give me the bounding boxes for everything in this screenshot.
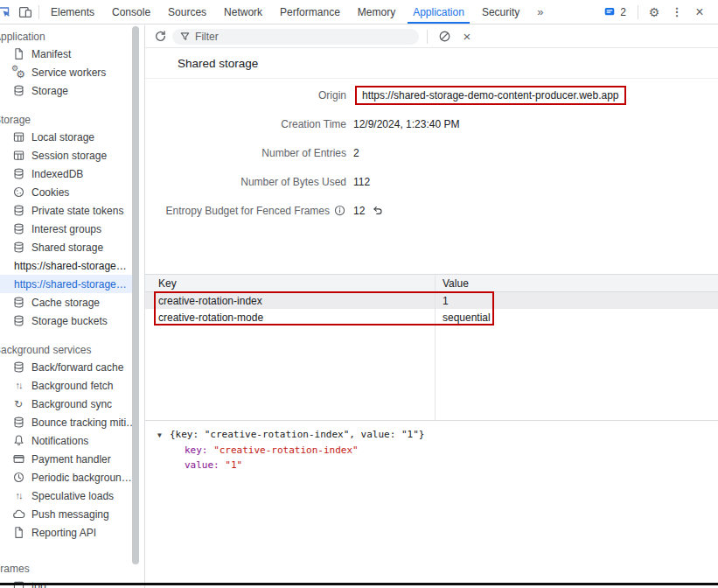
field-value: 12 (353, 205, 365, 217)
database-icon (11, 167, 25, 181)
page-title: Shared storage (145, 48, 718, 79)
filter-box[interactable] (172, 29, 419, 45)
field-value-wrap: 112 (353, 176, 370, 188)
sidebar-item-periodic-backgroun[interactable]: Periodic backgroun… (0, 468, 144, 486)
sidebar-item-https-shared-storage[interactable]: https://shared-storage… (0, 275, 139, 293)
device-toolbar-icon[interactable] (15, 0, 36, 24)
sidebar-item-storage[interactable]: Storage (0, 81, 144, 100)
tab-memory[interactable]: Memory (349, 0, 404, 24)
field-label: Number of Bytes Used (156, 176, 346, 188)
info-icon[interactable] (333, 204, 346, 217)
database-icon (11, 84, 25, 98)
panel-toolbar: × (145, 25, 718, 48)
sidebar-item-label: Shared storage (31, 242, 103, 254)
sidebar-item-label: Speculative loads (31, 490, 114, 502)
sidebar-item-label: https://shared-storage… (14, 260, 127, 272)
sidebar-section-background-services: Background servicesBack/forward cache↑↓B… (0, 342, 144, 542)
sidebar-item-background-sync[interactable]: ↻Background sync (0, 395, 144, 413)
preview-object-summary[interactable]: ▼ {key: "creative-rotation-index", value… (157, 427, 718, 443)
sidebar-item-bounce-tracking-miti[interactable]: Bounce tracking miti… (0, 413, 144, 431)
tab-network[interactable]: Network (215, 0, 271, 24)
sidebar-item-interest-groups[interactable]: Interest groups (0, 220, 144, 238)
field-value-wrap: 12/9/2024, 1:23:40 PM (353, 118, 459, 130)
sidebar-section-application: ApplicationManifest⚙⚙Service workersStor… (0, 29, 144, 100)
close-devtools-icon[interactable]: × (690, 4, 709, 20)
sidebar-item-push-messaging[interactable]: Push messaging (0, 505, 144, 523)
tab-application[interactable]: Application (404, 0, 473, 24)
sidebar-item-label: Cookies (31, 186, 69, 199)
column-divider[interactable] (435, 274, 436, 420)
sidebar-item-label: Push messaging (31, 508, 109, 521)
sidebar-item-speculative-loads[interactable]: ↑↓Speculative loads (0, 486, 144, 505)
tab-security[interactable]: Security (473, 0, 528, 24)
messages-badge[interactable]: 2 (598, 6, 631, 18)
sidebar-item-label: Local storage (31, 131, 94, 144)
table-row-creative-rotation-index[interactable]: creative-rotation-index1 (145, 292, 718, 309)
sidebar-item-cache-storage[interactable]: Cache storage (0, 293, 144, 312)
field-value: 12/9/2024, 1:23:40 PM (353, 118, 459, 130)
preview-property-value: value: "1" (157, 458, 718, 472)
metadata-fields: Originhttps://shared-storage-demo-conten… (145, 79, 718, 225)
inspect-icon[interactable] (0, 0, 15, 24)
sidebar-item-label: Manifest (31, 48, 71, 60)
cell-value: sequential (435, 312, 718, 324)
preview-property-key: key: "creative-rotation-index" (157, 443, 718, 458)
refresh-icon[interactable] (154, 30, 167, 43)
sidebar-item-background-fetch[interactable]: ↑↓Background fetch (0, 376, 144, 395)
tab-console[interactable]: Console (103, 0, 159, 24)
tab-sources[interactable]: Sources (159, 0, 215, 24)
grid-header: Key Value (145, 274, 718, 292)
sidebar-item-cookies[interactable]: Cookies (0, 183, 144, 201)
filter-input[interactable] (195, 31, 412, 43)
sidebar-item-notifications[interactable]: Notifications (0, 431, 144, 450)
reset-budget-undo-icon[interactable] (371, 204, 384, 217)
column-header-key[interactable]: Key (145, 277, 435, 290)
database-icon (11, 360, 25, 374)
section-title-background-services: Background services (0, 342, 144, 358)
sidebar-item-session-storage[interactable]: Session storage (0, 146, 144, 164)
sidebar-item-indexeddb[interactable]: IndexedDB (0, 164, 144, 183)
field-label: Creation Time (156, 118, 346, 130)
sidebar-item-manifest[interactable]: Manifest (0, 45, 144, 63)
table-row-creative-rotation-mode[interactable]: creative-rotation-modesequential (145, 309, 718, 326)
tabbar-divider (638, 5, 638, 19)
kebab-menu-icon[interactable]: ⋮ (667, 5, 687, 18)
sidebar-item-back-forward-cache[interactable]: Back/forward cache (0, 358, 144, 376)
block-icon[interactable] (436, 30, 453, 43)
sidebar-item-storage-buckets[interactable]: Storage buckets (0, 312, 144, 330)
property-name: value: (185, 459, 225, 471)
tab-performance[interactable]: Performance (271, 0, 349, 24)
sidebar-scrollbar-thumb[interactable] (132, 26, 139, 564)
section-title-storage: Storage (0, 112, 144, 128)
field-label: Number of Entries (156, 147, 346, 159)
sidebar-item-label: Background sync (31, 398, 112, 410)
sidebar-item-label: IndexedDB (31, 168, 83, 180)
delete-icon[interactable]: × (458, 29, 476, 44)
entry-preview-pane: ▼ {key: "creative-rotation-index", value… (145, 420, 718, 472)
field-row-number-of-entries: Number of Entries2 (145, 138, 718, 167)
property-name: key: (185, 444, 213, 456)
sidebar-item-shared-storage[interactable]: Shared storage (0, 238, 144, 256)
sidebar-item-payment-handler[interactable]: Payment handler (0, 450, 144, 468)
column-header-value[interactable]: Value (435, 277, 718, 290)
sidebar-item-private-state-tokens[interactable]: Private state tokens (0, 201, 144, 220)
chevron-down-icon[interactable]: ▼ (157, 428, 170, 443)
messages-badge-count: 2 (620, 6, 626, 18)
sidebar-item-reporting-api[interactable]: Reporting API (0, 523, 144, 542)
more-tabs-chevron-icon[interactable]: » (528, 0, 552, 24)
sidebar-item-https-shared-storage[interactable]: https://shared-storage… (0, 256, 144, 275)
sidebar-item-label: Interest groups (31, 223, 101, 235)
sidebar-item-label: Storage (31, 85, 68, 97)
settings-gear-icon[interactable]: ⚙ (645, 5, 664, 19)
sidebar-item-service-workers[interactable]: ⚙⚙Service workers (0, 63, 144, 81)
sync-icon: ↻ (11, 397, 25, 411)
sidebar-item-label: Bounce tracking miti… (31, 416, 136, 429)
devtools-tabbar: ElementsConsoleSourcesNetworkPerformance… (0, 0, 718, 24)
field-row-number-of-bytes-used: Number of Bytes Used112 (145, 167, 718, 196)
sidebar-item-local-storage[interactable]: Local storage (0, 128, 144, 146)
tab-elements[interactable]: Elements (42, 0, 103, 24)
database-icon (11, 314, 25, 328)
entries-grid: Key Value creative-rotation-index1creati… (145, 274, 718, 420)
sidebar-item-label: Periodic backgroun… (31, 472, 132, 484)
field-row-entropy-budget-for-fenced-frames: Entropy Budget for Fenced Frames12 (145, 196, 718, 225)
